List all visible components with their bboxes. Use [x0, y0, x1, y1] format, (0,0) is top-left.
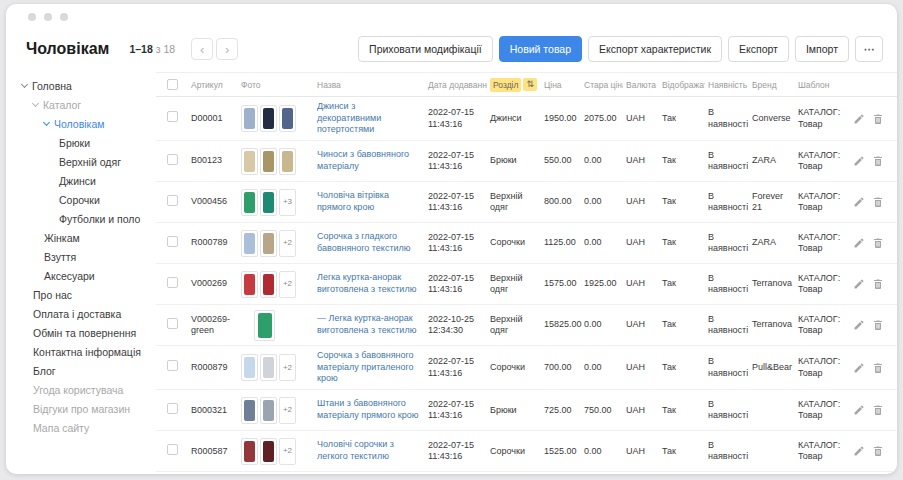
product-photo-thumbnail[interactable] [260, 148, 277, 175]
garment-image [244, 233, 255, 254]
column-header-price[interactable]: Ціна [541, 80, 581, 90]
column-header-display[interactable]: Відображати [659, 80, 705, 90]
column-header-availability[interactable]: Наявність [705, 80, 749, 90]
row-checkbox[interactable] [167, 403, 178, 414]
product-photo-thumbnail[interactable] [254, 310, 275, 341]
product-name-link[interactable]: Джинси з декоративними потертостями [317, 101, 422, 136]
sidebar-item[interactable]: Оплата і доставка [22, 304, 156, 323]
hide-modifications-button[interactable]: Приховати модифікації [358, 36, 493, 62]
product-photo-thumbnail[interactable] [241, 105, 258, 132]
product-photo-thumbnail[interactable] [241, 271, 258, 298]
edit-icon[interactable] [853, 404, 865, 416]
delete-icon[interactable] [872, 278, 884, 290]
sidebar-item[interactable]: Джинси [22, 171, 156, 190]
edit-icon[interactable] [853, 196, 865, 208]
delete-icon[interactable] [872, 196, 884, 208]
prev-page-button[interactable]: ‹ [191, 38, 213, 60]
product-name-link[interactable]: Сорочка з гладкого бавовняного текстилю [317, 231, 422, 254]
sidebar-item[interactable]: Жінкам [22, 228, 156, 247]
column-header-brand[interactable]: Бренд [749, 80, 795, 90]
product-name-link[interactable]: Сорочка з бавовняного матеріалу притален… [317, 350, 422, 385]
product-name-link[interactable]: Чоловічі сорочки з легкого текстилю [317, 439, 422, 462]
row-checkbox[interactable] [167, 236, 178, 247]
product-name-link[interactable]: Чиноси з бавовняного матеріалу [317, 149, 422, 172]
import-button[interactable]: Імпорт [795, 36, 849, 62]
product-photo-thumbnail[interactable] [279, 148, 296, 175]
column-header-category[interactable]: Розділ [490, 78, 521, 92]
sidebar-item[interactable]: Каталог [22, 95, 156, 114]
product-photo-thumbnail[interactable] [241, 354, 258, 381]
column-header-name[interactable]: Назва [314, 80, 425, 90]
delete-icon[interactable] [872, 445, 884, 457]
row-checkbox[interactable] [167, 111, 178, 122]
product-photo-thumbnail[interactable] [260, 189, 277, 216]
row-checkbox[interactable] [167, 154, 178, 165]
sidebar-item[interactable]: Угода користувача [22, 380, 156, 399]
column-header-currency[interactable]: Валюта [623, 80, 659, 90]
column-header-date[interactable]: Дата додавання [425, 80, 487, 90]
column-header-sku[interactable]: Артикул [188, 80, 238, 90]
row-checkbox[interactable] [167, 360, 178, 371]
window-close-icon[interactable] [28, 13, 36, 21]
delete-icon[interactable] [872, 319, 884, 331]
product-photo-thumbnail[interactable] [241, 189, 258, 216]
product-photo-thumbnail[interactable] [260, 354, 277, 381]
sidebar-item[interactable]: Про нас [22, 285, 156, 304]
edit-icon[interactable] [853, 237, 865, 249]
edit-icon[interactable] [853, 445, 865, 457]
row-checkbox[interactable] [167, 277, 178, 288]
column-header-old-price[interactable]: Стара ціна [581, 80, 623, 90]
sidebar-item[interactable]: Головна [22, 76, 156, 95]
delete-icon[interactable] [872, 113, 884, 125]
select-all-checkbox[interactable] [167, 79, 178, 90]
column-header-template[interactable]: Шаблон [795, 80, 851, 90]
product-name-link[interactable]: Штани з бавовняного матеріалу прямого кр… [317, 398, 422, 421]
column-header-photo[interactable]: Фото [238, 80, 314, 90]
product-name-link[interactable]: — Легка куртка-анорак виготовлена з текс… [317, 313, 422, 336]
new-product-button[interactable]: Новий товар [499, 36, 582, 62]
delete-icon[interactable] [872, 237, 884, 249]
edit-icon[interactable] [853, 362, 865, 374]
sidebar-item[interactable]: Контактна інформація [22, 342, 156, 361]
product-photo-thumbnail[interactable] [241, 397, 258, 424]
export-characteristics-button[interactable]: Експорт характеристик [588, 36, 722, 62]
sort-icon[interactable]: ⇅ [523, 78, 537, 91]
sidebar-item[interactable]: Чоловікам [22, 114, 156, 133]
sidebar-item[interactable]: Верхній одяг [22, 152, 156, 171]
more-actions-button[interactable]: ⋯ [855, 36, 883, 62]
window-minimize-icon[interactable] [44, 13, 52, 21]
product-name-link[interactable]: Легка куртка-анорак виготовлена з тексти… [317, 272, 422, 295]
sidebar-item[interactable]: Обмін та повернення [22, 323, 156, 342]
sidebar-item[interactable]: Блог [22, 361, 156, 380]
row-checkbox[interactable] [167, 444, 178, 455]
edit-icon[interactable] [853, 155, 865, 167]
product-photo-thumbnail[interactable] [260, 271, 277, 298]
product-photo-thumbnail[interactable] [260, 438, 277, 465]
product-photo-thumbnail[interactable] [260, 230, 277, 257]
product-photo-thumbnail[interactable] [260, 397, 277, 424]
product-photo-thumbnail[interactable] [241, 148, 258, 175]
product-name-link[interactable]: Чоловіча вітрівка прямого крою [317, 190, 422, 213]
export-button[interactable]: Експорт [728, 36, 789, 62]
sidebar-item[interactable]: Брюки [22, 133, 156, 152]
product-photo-thumbnail[interactable] [260, 105, 277, 132]
window-maximize-icon[interactable] [60, 13, 68, 21]
sidebar-item[interactable]: Аксесуари [22, 266, 156, 285]
edit-icon[interactable] [853, 278, 865, 290]
sidebar-item[interactable]: Взуття [22, 247, 156, 266]
delete-icon[interactable] [872, 404, 884, 416]
sidebar-item[interactable]: Мапа сайту [22, 418, 156, 437]
sidebar-item[interactable]: Сорочки [22, 190, 156, 209]
delete-icon[interactable] [872, 155, 884, 167]
next-page-button[interactable]: › [216, 38, 238, 60]
product-photo-thumbnail[interactable] [279, 105, 296, 132]
edit-icon[interactable] [853, 319, 865, 331]
edit-icon[interactable] [853, 113, 865, 125]
row-checkbox[interactable] [167, 318, 178, 329]
product-photo-thumbnail[interactable] [241, 438, 258, 465]
product-photo-thumbnail[interactable] [241, 230, 258, 257]
row-checkbox[interactable] [167, 195, 178, 206]
delete-icon[interactable] [872, 362, 884, 374]
sidebar-item[interactable]: Футболки и поло [22, 209, 156, 228]
sidebar-item[interactable]: Відгуки про магазин [22, 399, 156, 418]
